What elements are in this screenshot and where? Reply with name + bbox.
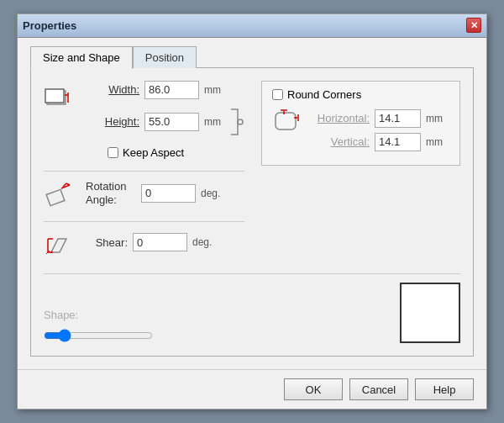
shear-label: Shear:	[86, 236, 128, 249]
svg-point-4	[238, 119, 243, 124]
svg-marker-9	[51, 239, 66, 252]
close-button[interactable]: ✕	[466, 18, 481, 33]
rotation-field-row: RotationAngle: deg.	[86, 180, 220, 206]
width-row: Width: mm	[81, 81, 244, 99]
shear-icon	[44, 230, 77, 261]
shear-svg	[45, 230, 76, 261]
window-title: Properties	[23, 19, 76, 32]
svg-rect-14	[276, 113, 296, 130]
shape-label: Shape:	[44, 309, 383, 321]
ok-button[interactable]: OK	[284, 378, 343, 400]
height-row: Height: mm	[81, 106, 244, 138]
right-section: Round Corners	[261, 81, 460, 269]
help-button[interactable]: Help	[415, 378, 474, 400]
shape-slider[interactable]	[44, 328, 153, 343]
tab-size-shape[interactable]: Size and Shape	[30, 46, 133, 69]
horizontal-label: Horizontal:	[311, 112, 370, 124]
height-input[interactable]	[144, 113, 199, 131]
rotation-label: RotationAngle:	[86, 180, 136, 206]
height-unit: mm	[204, 116, 221, 128]
horizontal-unit: mm	[426, 113, 443, 124]
svg-rect-5	[46, 189, 65, 205]
button-row: OK Cancel Help	[18, 369, 486, 409]
properties-dialog: Properties ✕ Size and Shape Position	[17, 13, 487, 410]
rotation-row: RotationAngle: deg.	[44, 180, 244, 213]
dialog-content: Size and Shape Position	[18, 38, 486, 369]
rotation-input[interactable]	[141, 184, 196, 203]
rc-icon	[272, 109, 304, 145]
width-label: Width:	[81, 83, 139, 96]
rotation-svg	[45, 182, 76, 212]
title-bar: Properties ✕	[18, 14, 486, 38]
shape-section: Shape:	[44, 273, 460, 343]
keep-aspect-row: Keep Aspect	[108, 146, 244, 159]
round-corners-label: Round Corners	[287, 88, 361, 101]
vertical-input[interactable]	[375, 133, 421, 151]
size-icon	[44, 86, 74, 113]
divider-1	[44, 171, 244, 172]
keep-aspect-checkbox[interactable]	[108, 147, 118, 158]
shear-field-row: Shear: deg.	[86, 233, 212, 251]
vertical-unit: mm	[426, 136, 443, 148]
shear-row: Shear: deg.	[44, 230, 244, 261]
horizontal-input[interactable]	[375, 109, 421, 128]
slider-container	[44, 328, 383, 343]
shape-left: Shape:	[44, 309, 383, 343]
horizontal-row: Horizontal: mm	[311, 109, 443, 128]
svg-rect-1	[45, 89, 64, 103]
svg-line-7	[61, 185, 70, 188]
keep-aspect-label: Keep Aspect	[123, 146, 184, 159]
round-corners-header: Round Corners	[272, 88, 449, 101]
rc-svg	[272, 109, 304, 143]
height-label: Height:	[81, 115, 139, 128]
left-section: Width: mm Height: mm	[44, 81, 244, 269]
shape-preview	[400, 283, 460, 343]
rotation-icon	[44, 182, 77, 212]
link-icon	[229, 106, 244, 138]
svg-line-8	[66, 183, 70, 185]
shear-input[interactable]	[133, 233, 187, 251]
tab-content-area: Width: mm Height: mm	[30, 67, 474, 357]
round-corners-group: Round Corners	[261, 81, 460, 166]
cancel-button[interactable]: Cancel	[349, 378, 408, 400]
vertical-label: Vertical:	[311, 135, 370, 148]
tab-position[interactable]: Position	[133, 46, 197, 68]
rc-fields: Horizontal: mm Vertical: mm	[311, 109, 443, 156]
divider-2	[44, 221, 244, 222]
rc-content: Horizontal: mm Vertical: mm	[272, 109, 449, 156]
tab-bar: Size and Shape Position	[30, 46, 474, 68]
width-input[interactable]	[144, 81, 199, 99]
form-grid: Width: mm Height: mm	[44, 81, 460, 269]
width-unit: mm	[204, 84, 221, 96]
round-corners-checkbox[interactable]	[272, 89, 283, 100]
rotation-unit: deg.	[201, 188, 220, 199]
vertical-row: Vertical: mm	[311, 133, 443, 151]
wh-fields: Width: mm Height: mm	[81, 81, 244, 145]
shear-unit: deg.	[192, 236, 212, 248]
